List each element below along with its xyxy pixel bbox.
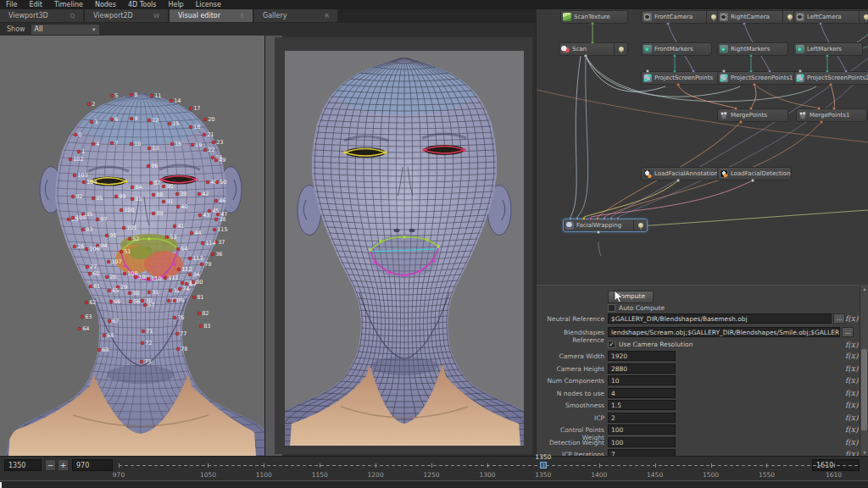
- node-loadfacialdetection[interactable]: LoadFacialDetection: [717, 167, 792, 180]
- scrollbar-thumb[interactable]: [861, 349, 867, 430]
- tab-visual-editor[interactable]: Visual editorE: [170, 9, 253, 22]
- properties-scrollbar[interactable]: ▴ ▾: [860, 285, 868, 456]
- landmark-point-58[interactable]: [167, 299, 170, 302]
- input-socket[interactable]: [826, 69, 829, 73]
- landmark-point-20[interactable]: [203, 118, 207, 121]
- landmark-point-48[interactable]: [206, 180, 209, 184]
- landmark-point-21[interactable]: [203, 133, 206, 136]
- landmark-point-88[interactable]: [152, 193, 155, 197]
- property-input-camera-width[interactable]: 1920: [608, 351, 676, 361]
- landmark-point-87[interactable]: [149, 181, 153, 185]
- output-socket[interactable]: [666, 22, 670, 25]
- property-input-num-components[interactable]: 10: [608, 375, 676, 385]
- input-socket[interactable]: [569, 217, 572, 220]
- landmark-point-22[interactable]: [203, 148, 207, 152]
- landmark-point-41[interactable]: [173, 225, 176, 228]
- landmark-point-38[interactable]: [214, 218, 218, 221]
- input-socket[interactable]: [749, 69, 753, 73]
- input-socket[interactable]: [844, 69, 848, 73]
- landmark-point-74[interactable]: [178, 287, 181, 291]
- show-filter-dropdown[interactable]: All ▾: [31, 24, 100, 36]
- menu-item-help[interactable]: Help: [162, 0, 189, 9]
- timeline-ruler[interactable]: [119, 465, 858, 466]
- node-graph-panel[interactable]: ScanTextureFrontCameraRightCameraLeftCam…: [536, 8, 868, 285]
- landmark-point-10[interactable]: [130, 142, 133, 146]
- output-socket[interactable]: [676, 179, 680, 182]
- landmark-point-75[interactable]: [173, 299, 176, 302]
- menu-item-edit[interactable]: Edit: [23, 0, 48, 9]
- landmark-point-15[interactable]: [168, 122, 171, 125]
- landmark-point-40[interactable]: [176, 205, 180, 208]
- range-start-input[interactable]: 970: [72, 459, 113, 471]
- landmark-point-84[interactable]: [131, 186, 134, 189]
- landmark-point-3[interactable]: [90, 120, 93, 124]
- landmark-point-34[interactable]: [188, 273, 192, 276]
- output-socket[interactable]: [591, 22, 594, 25]
- landmark-point-0[interactable]: [74, 133, 77, 136]
- output-socket[interactable]: [597, 230, 600, 234]
- timeline-track[interactable]: [0, 480, 868, 488]
- browse-button[interactable]: ...: [833, 313, 845, 324]
- landmark-point-105[interactable]: [71, 216, 75, 219]
- output-socket[interactable]: [739, 120, 743, 124]
- landmark-point-76[interactable]: [173, 316, 176, 319]
- node-rightcamera[interactable]: RightCamera: [717, 10, 797, 24]
- landmark-point-26[interactable]: [73, 245, 76, 248]
- node-frontcamera[interactable]: FrontCamera: [641, 10, 721, 24]
- landmark-point-63[interactable]: [81, 315, 84, 319]
- browse-button[interactable]: ...: [842, 327, 854, 337]
- landmark-point-73[interactable]: [140, 360, 143, 363]
- input-socket[interactable]: [609, 217, 613, 220]
- menu-item-file[interactable]: File: [0, 0, 23, 9]
- landmark-point-28[interactable]: [105, 275, 108, 279]
- menu-item-license[interactable]: License: [190, 0, 227, 9]
- input-socket[interactable]: [749, 107, 753, 110]
- landmark-point-100[interactable]: [120, 208, 123, 212]
- landmark-point-77[interactable]: [175, 332, 179, 336]
- output-socket[interactable]: [676, 83, 680, 86]
- property-input-neutral-reference[interactable]: $GALLERY_DIR/Blendshapes/Basemesh.obj: [608, 313, 832, 324]
- property-input-control-points-weight[interactable]: 100: [608, 424, 676, 435]
- output-socket[interactable]: [751, 179, 754, 182]
- landmark-point-93[interactable]: [81, 228, 85, 231]
- property-input-detection-weight[interactable]: 100: [608, 437, 676, 447]
- landmark-point-60[interactable]: [88, 272, 92, 275]
- node-frontmarkers[interactable]: FrontMarkers: [641, 42, 712, 56]
- expression-fx-button[interactable]: f(x): [845, 425, 858, 434]
- expression-fx-button[interactable]: f(x): [845, 413, 858, 422]
- landmark-point-72[interactable]: [141, 341, 144, 345]
- landmark-point-30[interactable]: [128, 291, 131, 295]
- landmark-point-65[interactable]: [108, 289, 111, 292]
- scroll-up-icon[interactable]: ▴: [860, 285, 868, 292]
- output-socket[interactable]: [826, 54, 829, 58]
- landmark-point-39[interactable]: [175, 192, 179, 196]
- landmark-point-36[interactable]: [211, 252, 214, 256]
- landmark-point-45[interactable]: [208, 209, 211, 213]
- landmark-point-24[interactable]: [211, 156, 214, 159]
- current-frame-input[interactable]: 1350: [4, 459, 42, 471]
- landmark-point-78[interactable]: [176, 347, 180, 351]
- tab-viewport3d[interactable]: Viewport3DQ: [0, 9, 83, 22]
- output-socket[interactable]: [743, 22, 746, 25]
- expression-fx-button[interactable]: f(x): [845, 364, 858, 373]
- landmark-point-27[interactable]: [86, 265, 89, 269]
- output-socket[interactable]: [829, 83, 832, 86]
- node-leftcamera[interactable]: LeftCamera: [793, 10, 868, 24]
- tab-viewport2d[interactable]: Viewport2DW: [85, 9, 168, 22]
- output-socket[interactable]: [673, 54, 676, 58]
- landmark-point-32[interactable]: [169, 289, 172, 292]
- input-socket[interactable]: [576, 217, 579, 220]
- landmark-point-111[interactable]: [164, 276, 167, 280]
- landmark-point-97[interactable]: [96, 218, 99, 221]
- landmark-point-91[interactable]: [162, 200, 165, 203]
- landmark-point-90[interactable]: [162, 185, 165, 188]
- landmark-point-47[interactable]: [216, 213, 220, 216]
- landmark-point-103[interactable]: [73, 174, 76, 177]
- viewport-3d-left[interactable]: 0123456789101112131415161718192021222324…: [0, 36, 264, 456]
- landmark-point-89[interactable]: [152, 212, 155, 215]
- output-socket[interactable]: [584, 54, 587, 58]
- landmark-point-71[interactable]: [142, 330, 145, 333]
- landmark-point-6[interactable]: [110, 118, 114, 121]
- landmark-point-110[interactable]: [147, 277, 150, 280]
- tab-gallery[interactable]: GalleryR: [254, 9, 337, 22]
